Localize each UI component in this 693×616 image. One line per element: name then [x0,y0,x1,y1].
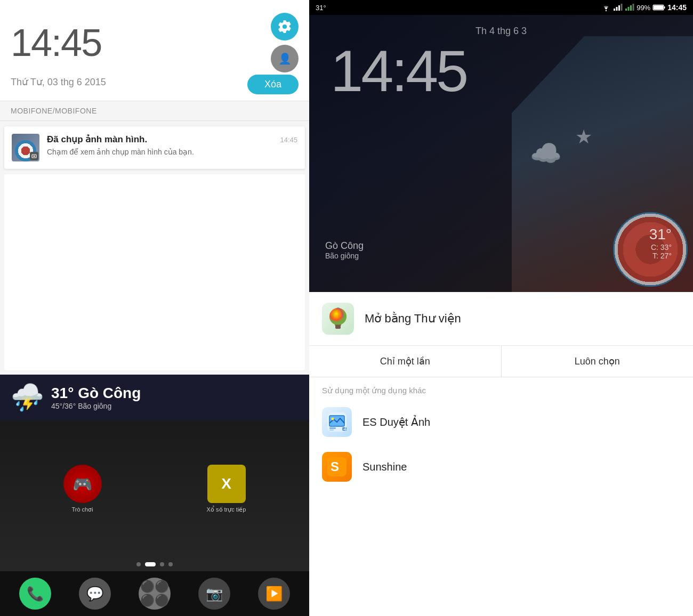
weather-temp-city: 31° Gò Công [51,385,299,402]
svg-rect-13 [654,5,663,10]
battery-percent: 99% [636,4,650,12]
screenshot-icon [31,153,37,159]
gear-icon [277,19,292,34]
notification-timestamp: 14:45 [280,136,297,144]
carrier-bar: MOBIFONE/MOBIFONE [0,101,309,121]
es-app-icon: ES [322,407,352,437]
svg-point-16 [329,308,346,325]
sunshine-icon: S [327,457,346,476]
notification-header: 14:45 👤 Thứ Tư, 03 thg 6 2015 Xóa [0,0,309,101]
page-dot-2[interactable] [145,562,156,566]
notification-title: Đã chụp ảnh màn hình. [47,134,147,145]
app-row-es[interactable]: ES ES Duyệt Ảnh [309,400,693,444]
svg-rect-10 [633,4,634,11]
star-icon: ★ [575,126,592,148]
dock-camera[interactable]: 📷 [198,578,230,610]
lockscreen-weather: Gò Công Bão giông [325,240,364,260]
always-button[interactable]: Luôn chọn [502,346,694,377]
svg-rect-4 [616,7,618,11]
weather-icon: ⛈️ [11,384,44,411]
svg-rect-12 [664,6,665,9]
chooser-buttons-row: Chỉ một lần Luôn chọn [309,346,693,377]
battery-icon [652,4,665,11]
lockscreen-city: Gò Công [325,240,364,252]
weather-range-desc: 45°/36° Bão giông [51,402,299,410]
notification-content: Đã chụp ảnh màn hình. 14:45 Chạm để xem … [47,134,297,157]
notification-date: Thứ Tư, 03 thg 6 2015 [11,76,106,88]
svg-rect-7 [625,9,627,11]
lockscreen-temp-c: C: 33° [649,243,672,252]
page-dot-1[interactable] [136,562,141,566]
lockscreen-temp-t: T: 27° [649,252,672,260]
signal2-icon [625,4,634,11]
status-bar: 31° 99% [309,0,693,15]
weather-widget[interactable]: ⛈️ 31° Gò Công 45°/36° Bão giông [0,375,309,420]
svg-point-1 [34,156,35,157]
lockscreen-desc: Bão giông [325,252,364,260]
clear-button[interactable]: Xóa [247,75,299,94]
svg-rect-9 [630,5,632,11]
svg-rect-3 [614,9,615,11]
lotto-icon: X [207,465,246,503]
weather-range: 45°/36° [51,402,76,410]
home-icons-row: 🎮 Trò chơi X Xổ số trực tiếp [0,420,309,558]
status-temp: 31° [316,4,326,12]
weather-info: 31° Gò Công 45°/36° Bão giông [51,385,299,410]
right-panel: 31° 99% [309,0,693,616]
page-dots [0,558,309,571]
notification-card[interactable]: Đã chụp ảnh màn hình. 14:45 Chạm để xem … [4,126,305,169]
dock-messages[interactable]: 💬 [79,578,111,610]
notification-area-empty [4,174,305,370]
lockscreen-temp: 31° C: 33° T: 27° [649,226,672,260]
svg-text:S: S [331,459,339,474]
chooser-section-title: Sử dụng một ứng dụng khác [309,377,693,400]
app-row-sunshine[interactable]: S Sunshine [309,444,693,489]
avatar[interactable]: 👤 [271,45,299,72]
es-icon: ES [327,412,346,432]
lotto-label: Xổ số trực tiếp [207,506,246,513]
home-icon-lotto[interactable]: X Xổ số trực tiếp [207,465,246,513]
sunshine-app-name: Sunshine [362,461,407,473]
status-icons: 99% 14:45 [601,3,687,12]
balloon-icon [327,307,349,330]
notification-time: 14:45 [11,23,101,62]
chooser-primary-row[interactable]: Mở bằng Thư viện [309,292,693,346]
svg-point-2 [606,10,607,11]
lockscreen-date: Th 4 thg 6 3 [476,26,527,37]
home-area: 🎮 Trò chơi X Xổ số trực tiếp 📞 💬 ⚫⚫⚫⚫ 📷 … [0,420,309,617]
page-dot-4[interactable] [168,562,173,566]
notification-thumbnail [12,134,39,161]
header-actions: 👤 [271,13,299,72]
dock-play[interactable]: ▶️ [258,578,290,610]
dock-phone[interactable]: 📞 [19,578,51,610]
dock-apps[interactable]: ⚫⚫⚫⚫ [139,578,171,610]
svg-rect-24 [329,429,334,431]
lockscreen-time: 14:45 [331,42,466,100]
svg-rect-5 [618,5,620,11]
svg-text:ES: ES [342,426,346,432]
notification-body: Chạm để xem ảnh chụp màn hình của bạn. [47,148,194,156]
weather-city: Gò Công [78,385,141,401]
weather-desc: Bão giông [78,402,111,410]
signal-icon [613,4,623,11]
home-icon-game[interactable]: 🎮 Trò chơi [63,465,102,513]
wifi-icon [601,4,611,11]
gallery-app-icon [322,303,354,335]
svg-rect-8 [628,7,630,11]
lockscreen-area[interactable]: ★ ☁️ Th 4 thg 6 3 14:45 Gò Công Bão giôn… [309,15,693,292]
es-app-name: ES Duyệt Ảnh [362,416,430,428]
page-dot-3[interactable] [160,562,164,566]
svg-point-22 [332,418,334,420]
game-label: Trò chơi [71,506,93,513]
svg-rect-23 [329,427,336,429]
svg-rect-6 [621,4,623,11]
cloud-effect: ☁️ [530,139,562,168]
once-button[interactable]: Chỉ một lần [309,346,502,377]
app-chooser: Mở bằng Thư viện Chỉ một lần Luôn chọn S… [309,292,693,616]
primary-app-name: Mở bằng Thư viện [365,312,461,326]
status-time: 14:45 [667,3,687,12]
dock-bar: 📞 💬 ⚫⚫⚫⚫ 📷 ▶️ [0,571,309,616]
sunshine-app-icon: S [322,452,352,482]
settings-button[interactable] [271,13,299,40]
lockscreen-temp-main: 31° [649,226,672,243]
